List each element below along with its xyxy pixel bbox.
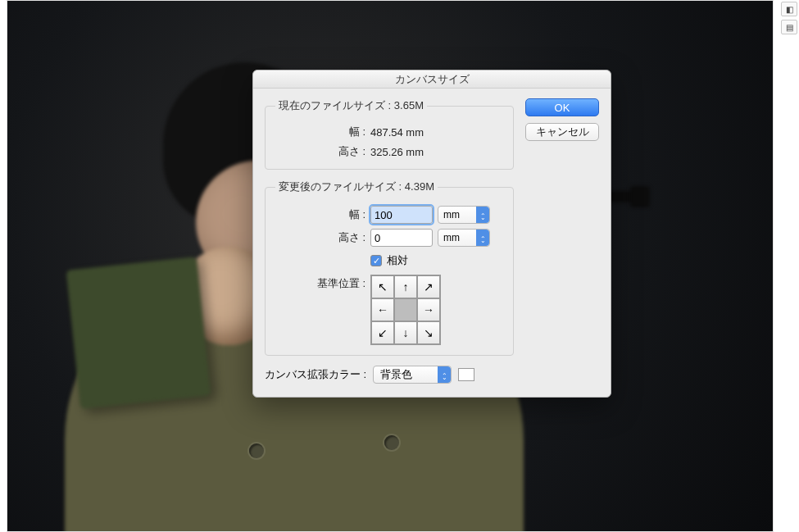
anchor-label: 基準位置 :: [275, 275, 365, 291]
right-tool-strip: ◧ ▤: [781, 0, 799, 34]
width-unit-select[interactable]: mm: [438, 206, 490, 224]
extension-color-swatch[interactable]: [458, 368, 474, 381]
anchor-w[interactable]: ←: [371, 298, 394, 321]
width-input[interactable]: [370, 206, 433, 224]
anchor-se[interactable]: ↘: [417, 321, 440, 344]
new-width-label: 幅 :: [275, 207, 365, 222]
current-height-value: 325.26 mm: [370, 146, 424, 158]
relative-checkbox[interactable]: ✓: [370, 255, 382, 266]
panel-icon[interactable]: ◧: [781, 2, 797, 16]
dropdown-caret-icon: [438, 366, 451, 383]
photo-background-shape: [66, 257, 211, 409]
new-size-legend: 変更後のファイルサイズ : 4.39M: [275, 180, 438, 194]
panel-icon[interactable]: ▤: [781, 20, 797, 34]
current-width-value: 487.54 mm: [370, 126, 424, 139]
anchor-sw[interactable]: ↙: [371, 321, 394, 344]
photo-background-shape: [249, 443, 264, 458]
relative-label: 相対: [387, 253, 408, 268]
anchor-n[interactable]: ↑: [394, 275, 417, 298]
anchor-center[interactable]: [394, 298, 417, 321]
new-size-group: 変更後のファイルサイズ : 4.39M 幅 : mm 高さ : mm: [265, 180, 514, 356]
current-width-label: 幅 :: [275, 125, 365, 139]
new-height-label: 高さ :: [275, 230, 365, 245]
photo-background-shape: [630, 186, 650, 207]
height-unit-select[interactable]: mm: [438, 229, 490, 247]
height-input[interactable]: [370, 229, 433, 247]
anchor-ne[interactable]: ↗: [417, 275, 440, 298]
anchor-nw[interactable]: ↖: [371, 275, 394, 298]
anchor-e[interactable]: →: [417, 298, 440, 321]
height-unit-value: mm: [443, 232, 460, 243]
ok-button[interactable]: OK: [525, 98, 599, 116]
cancel-button[interactable]: キャンセル: [525, 123, 599, 141]
dropdown-caret-icon: [476, 230, 489, 246]
canvas-size-dialog: カンバスサイズ 現在のファイルサイズ : 3.65M 幅 : 487.54 mm…: [252, 70, 611, 398]
dialog-title: カンバスサイズ: [253, 70, 611, 89]
current-size-group: 現在のファイルサイズ : 3.65M 幅 : 487.54 mm 高さ : 32…: [265, 98, 514, 170]
extension-color-select[interactable]: 背景色: [373, 366, 452, 384]
width-unit-value: mm: [443, 209, 460, 221]
current-height-label: 高さ :: [275, 144, 365, 159]
dropdown-caret-icon: [476, 207, 489, 223]
extension-color-label: カンバス拡張カラー :: [265, 367, 366, 382]
extension-color-value: 背景色: [380, 367, 412, 382]
current-size-legend: 現在のファイルサイズ : 3.65M: [275, 98, 427, 113]
anchor-grid: ↖ ↑ ↗ ← → ↙ ↓ ↘: [370, 275, 441, 345]
photo-background-shape: [384, 435, 399, 450]
anchor-s[interactable]: ↓: [394, 321, 417, 344]
